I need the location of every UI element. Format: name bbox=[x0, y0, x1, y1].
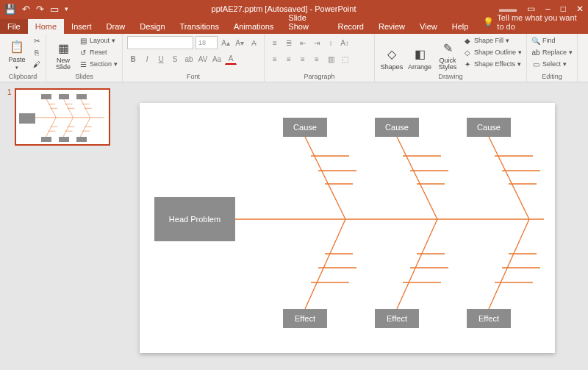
svg-line-23 bbox=[305, 219, 345, 309]
tab-record[interactable]: Record bbox=[331, 19, 371, 34]
drawing-group-label: Drawing bbox=[379, 73, 522, 82]
tab-view[interactable]: View bbox=[412, 19, 445, 34]
case-button[interactable]: Aa bbox=[211, 53, 223, 65]
lightbulb-icon: 💡 bbox=[483, 17, 494, 27]
start-slideshow-icon[interactable]: ▭ bbox=[50, 4, 59, 15]
cause-node-3[interactable]: Cause bbox=[467, 118, 511, 137]
section-button[interactable]: ☰Section ▾ bbox=[79, 59, 118, 69]
replace-button[interactable]: abReplace ▾ bbox=[531, 47, 573, 57]
tab-insert[interactable]: Insert bbox=[64, 19, 99, 34]
italic-button[interactable]: I bbox=[141, 53, 153, 65]
effect-node-2[interactable]: Effect bbox=[375, 309, 419, 328]
new-slide-label: New Slide bbox=[56, 57, 71, 71]
redo-icon[interactable]: ↷ bbox=[36, 4, 44, 15]
align-right-button[interactable]: ≡ bbox=[297, 53, 309, 65]
shape-outline-button[interactable]: ◇Shape Outline ▾ bbox=[463, 47, 522, 57]
cause-node-2[interactable]: Cause bbox=[375, 118, 419, 137]
undo-icon[interactable]: ↶ bbox=[22, 4, 30, 15]
svg-line-21 bbox=[397, 137, 437, 219]
quick-styles-button[interactable]: ✎Quick Styles bbox=[435, 35, 460, 71]
tab-design[interactable]: Design bbox=[132, 19, 172, 34]
indent-inc-button[interactable]: ⇥ bbox=[311, 37, 323, 49]
svg-line-3 bbox=[80, 99, 90, 118]
slide-canvas-area[interactable]: Head Problem Cause Cause Cause Effect Ef… bbox=[118, 82, 588, 370]
svg-line-5 bbox=[63, 118, 74, 137]
quick-styles-icon: ✎ bbox=[440, 40, 456, 56]
smartart-button[interactable]: ⬚ bbox=[339, 53, 351, 65]
slide-thumbnail-panel: 1 bbox=[0, 82, 118, 370]
reset-icon: ↺ bbox=[79, 48, 87, 57]
group-drawing: ◇Shapes ◧Arrange ✎Quick Styles ◆Shape Fi… bbox=[375, 34, 527, 82]
clipboard-group-label: Clipboard bbox=[4, 73, 41, 82]
text-direction-button[interactable]: A↕ bbox=[339, 37, 351, 49]
group-clipboard: 📋 Paste ▾ ✂ ⎘ 🖌 Clipboard bbox=[0, 34, 46, 82]
font-family-input[interactable] bbox=[127, 36, 193, 49]
arrange-icon: ◧ bbox=[412, 46, 428, 62]
shapes-button[interactable]: ◇Shapes bbox=[379, 35, 404, 71]
effect-node-1[interactable]: Effect bbox=[283, 309, 327, 328]
find-button[interactable]: 🔍Find bbox=[531, 35, 573, 46]
editing-group-label: Editing bbox=[531, 73, 573, 82]
qat-dropdown-icon[interactable]: ▾ bbox=[65, 5, 68, 13]
arrange-button[interactable]: ◧Arrange bbox=[407, 35, 432, 71]
head-problem-node[interactable]: Head Problem bbox=[154, 197, 235, 241]
slide-thumbnail-1[interactable] bbox=[15, 88, 110, 146]
shape-effects-button[interactable]: ✦Shape Effects ▾ bbox=[463, 59, 522, 69]
align-left-button[interactable]: ≡ bbox=[269, 53, 281, 65]
ribbon-tabs: File Home Insert Draw Design Transitions… bbox=[0, 18, 588, 34]
tab-home[interactable]: Home bbox=[28, 19, 64, 34]
layout-button[interactable]: ▤Layout ▾ bbox=[79, 35, 118, 46]
indent-dec-button[interactable]: ⇤ bbox=[297, 37, 309, 49]
font-group-label: Font bbox=[127, 73, 259, 82]
underline-button[interactable]: U bbox=[155, 53, 167, 65]
format-painter-button[interactable]: 🖌 bbox=[32, 59, 41, 69]
find-icon: 🔍 bbox=[531, 36, 540, 45]
save-icon[interactable]: 💾 bbox=[4, 4, 16, 15]
reset-button[interactable]: ↺Reset bbox=[79, 47, 118, 57]
svg-line-20 bbox=[305, 137, 345, 219]
font-color-button[interactable]: A bbox=[225, 53, 237, 65]
brush-icon: 🖌 bbox=[32, 60, 41, 68]
section-icon: ☰ bbox=[79, 60, 87, 68]
select-button[interactable]: ▭Select ▾ bbox=[531, 59, 573, 69]
justify-button[interactable]: ≡ bbox=[311, 53, 323, 65]
spacing-button[interactable]: AV bbox=[197, 53, 209, 65]
tab-file[interactable]: File bbox=[0, 19, 28, 34]
tab-review[interactable]: Review bbox=[371, 19, 412, 34]
shape-fill-button[interactable]: ◆Shape Fill ▾ bbox=[463, 35, 522, 46]
effect-node-3[interactable]: Effect bbox=[467, 309, 511, 328]
new-slide-button[interactable]: ▦ New Slide bbox=[51, 35, 76, 71]
font-size-input[interactable]: 18 bbox=[196, 36, 218, 49]
tab-draw[interactable]: Draw bbox=[99, 19, 133, 34]
cause-node-1[interactable]: Cause bbox=[283, 118, 327, 137]
fill-icon: ◆ bbox=[463, 36, 472, 45]
cut-button[interactable]: ✂ bbox=[32, 35, 41, 46]
shadow-button[interactable]: ab bbox=[183, 53, 195, 65]
select-icon: ▭ bbox=[531, 60, 540, 68]
svg-line-2 bbox=[63, 99, 74, 118]
clear-format-icon[interactable]: A̶ bbox=[248, 37, 259, 49]
paste-button[interactable]: 📋 Paste ▾ bbox=[4, 35, 29, 71]
tab-slideshow[interactable]: Slide Show bbox=[281, 10, 330, 34]
tab-animations[interactable]: Animations bbox=[226, 19, 281, 34]
layout-icon: ▤ bbox=[79, 36, 87, 45]
shapes-icon: ◇ bbox=[384, 46, 400, 62]
svg-line-25 bbox=[489, 219, 529, 309]
copy-button[interactable]: ⎘ bbox=[32, 47, 41, 57]
tell-me-label: Tell me what you want to do bbox=[497, 13, 581, 31]
bullets-button[interactable]: ≡ bbox=[269, 37, 281, 49]
group-slides: ▦ New Slide ▤Layout ▾ ↺Reset ☰Section ▾ … bbox=[46, 34, 123, 82]
tab-help[interactable]: Help bbox=[445, 19, 476, 34]
decrease-font-icon[interactable]: A▾ bbox=[234, 37, 245, 49]
tab-transitions[interactable]: Transitions bbox=[173, 19, 226, 34]
numbering-button[interactable]: ≣ bbox=[283, 37, 295, 49]
columns-button[interactable]: ▥ bbox=[325, 53, 337, 65]
slide-1[interactable]: Head Problem Cause Cause Cause Effect Ef… bbox=[140, 103, 555, 353]
align-center-button[interactable]: ≡ bbox=[283, 53, 295, 65]
bold-button[interactable]: B bbox=[127, 53, 139, 65]
strike-button[interactable]: S bbox=[169, 53, 181, 65]
tell-me-search[interactable]: 💡 Tell me what you want to do bbox=[476, 10, 588, 34]
increase-font-icon[interactable]: A▴ bbox=[220, 37, 232, 49]
line-spacing-button[interactable]: ↕ bbox=[325, 37, 337, 49]
effects-icon: ✦ bbox=[463, 60, 472, 68]
